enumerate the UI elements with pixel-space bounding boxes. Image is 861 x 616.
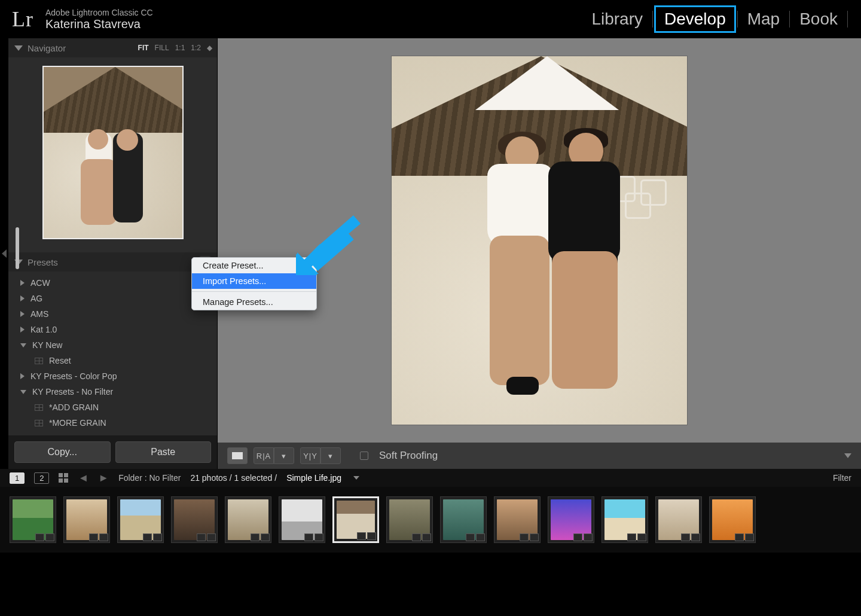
- zoom-fit[interactable]: FIT: [138, 44, 149, 52]
- grid-view-icon[interactable]: [59, 473, 68, 483]
- navigator-preview[interactable]: [8, 57, 217, 252]
- svg-rect-5: [307, 228, 353, 271]
- chevron-right-icon: [20, 295, 25, 301]
- preset-icon: [35, 358, 43, 364]
- thumb-badges: [627, 533, 646, 541]
- thumb-badges: [143, 533, 162, 541]
- filmstrip-thumb[interactable]: [602, 496, 648, 543]
- toolbar-expand-icon[interactable]: [844, 453, 851, 458]
- top-bar: Lr Adobe Lightroom Classic CC Katerina S…: [0, 0, 861, 38]
- navigator-zoom: FIT FILL 1:1 1:2 ◆: [138, 44, 211, 52]
- filmstrip-thumb[interactable]: [10, 496, 56, 543]
- loupe-view-button[interactable]: [227, 447, 248, 464]
- compare-ra-button[interactable]: R|A: [254, 447, 274, 464]
- chevron-down-icon: ▾: [282, 452, 286, 461]
- preset-item[interactable]: *ADD GRAIN: [8, 400, 217, 415]
- soft-proof-checkbox[interactable]: [360, 452, 368, 460]
- preset-item[interactable]: *MORE GRAIN: [8, 415, 217, 431]
- chevron-right-icon: [20, 373, 25, 379]
- chevron-right-icon: [20, 311, 25, 317]
- preset-label: KY Presets - Color Pop: [30, 371, 117, 381]
- thumb-badges: [412, 533, 431, 541]
- filmstrip-thumb[interactable]: [709, 496, 756, 543]
- monitor-2-button[interactable]: 2: [34, 472, 49, 484]
- navigator-header[interactable]: Navigator FIT FILL 1:1 1:2 ◆: [8, 38, 217, 57]
- filmstrip-thumb[interactable]: [386, 496, 433, 543]
- preset-folder[interactable]: Kat 1.0: [8, 322, 217, 337]
- main-area: Navigator FIT FILL 1:1 1:2 ◆ Presets + A…: [0, 38, 861, 469]
- zoom-dropdown-icon[interactable]: ◆: [207, 44, 211, 52]
- app-info: Adobe Lightroom Classic CC Katerina Stav…: [45, 8, 153, 31]
- menu-manage-presets[interactable]: Manage Presets...: [192, 294, 316, 310]
- zoom-fill[interactable]: FILL: [155, 44, 169, 52]
- module-picker: Library Develop Map Book: [583, 5, 849, 33]
- filmstrip-thumb[interactable]: [332, 496, 379, 543]
- disclosure-triangle-icon: [14, 45, 23, 51]
- preset-item[interactable]: Reset: [8, 353, 217, 368]
- filmstrip-thumb[interactable]: [279, 496, 325, 543]
- preset-folder[interactable]: AG: [8, 291, 217, 306]
- filter-label[interactable]: Filter: [833, 473, 851, 483]
- compare-yy-button[interactable]: Y|Y: [300, 447, 320, 464]
- thumb-badges: [35, 533, 54, 541]
- thumb-badges: [304, 533, 323, 541]
- monitor-1-button[interactable]: 1: [10, 472, 25, 484]
- filmstrip-thumb[interactable]: [655, 496, 702, 543]
- thumb-badges: [89, 533, 108, 541]
- copy-button[interactable]: Copy...: [14, 441, 111, 463]
- thumb-badges: [520, 533, 539, 541]
- module-book[interactable]: Book: [791, 7, 846, 31]
- nav-next-icon[interactable]: ►: [98, 472, 109, 484]
- presets-list: ACW AG AMS Kat 1.0 KY New Reset KY Prese…: [8, 272, 217, 435]
- filmstrip-thumb[interactable]: [494, 496, 541, 543]
- filmstrip-thumb[interactable]: [117, 496, 164, 543]
- paste-button[interactable]: Paste: [115, 441, 212, 463]
- preset-label: Kat 1.0: [30, 325, 57, 334]
- before-after-yy-group: Y|Y ▾: [300, 447, 341, 464]
- preset-folder[interactable]: ACW: [8, 275, 217, 291]
- preset-folder[interactable]: KY Presets - Color Pop: [8, 368, 217, 384]
- annotation-arrow: [296, 215, 362, 275]
- filmstrip-thumb[interactable]: [548, 496, 594, 543]
- filmstrip-thumb[interactable]: [171, 496, 218, 543]
- folder-label[interactable]: Folder : No Filter: [118, 473, 181, 483]
- preset-folder[interactable]: KY Presets - No Filter: [8, 384, 217, 400]
- scrollbar-indicator[interactable]: [16, 227, 19, 269]
- filename-dropdown-icon[interactable]: [353, 476, 359, 480]
- filmstrip-thumb[interactable]: [440, 496, 487, 543]
- thumb-badges: [357, 532, 376, 540]
- zoom-1-1[interactable]: 1:1: [175, 44, 185, 52]
- filmstrip-header: 1 2 ◄ ► Folder : No Filter 21 photos / 1…: [0, 469, 861, 487]
- navigator-thumbnail: [42, 66, 184, 239]
- chevron-down-icon: [20, 390, 26, 394]
- chevron-right-icon: [20, 280, 25, 286]
- chevron-down-icon: ▾: [328, 452, 333, 461]
- identity-plate: Katerina Stavreva: [45, 17, 153, 31]
- preset-label: ACW: [30, 278, 50, 288]
- compare-yy-dropdown[interactable]: ▾: [320, 447, 341, 464]
- presets-header[interactable]: Presets +: [8, 252, 217, 272]
- chevron-down-icon: [20, 343, 26, 347]
- filmstrip-thumb[interactable]: [63, 496, 110, 543]
- thumb-badges: [197, 533, 216, 541]
- copy-paste-bar: Copy... Paste: [8, 435, 217, 469]
- thumb-badges: [573, 533, 593, 541]
- menu-import-presets[interactable]: Import Presets...: [192, 273, 316, 289]
- thumb-badges: [466, 533, 485, 541]
- thumb-badges: [251, 533, 270, 541]
- preset-folder[interactable]: KY New: [8, 337, 217, 353]
- left-panel-collapse[interactable]: [0, 38, 8, 469]
- module-map[interactable]: Map: [739, 7, 788, 31]
- preset-icon: [35, 420, 43, 426]
- module-develop[interactable]: Develop: [654, 5, 736, 33]
- filmstrip-thumb[interactable]: [225, 496, 271, 543]
- compare-dropdown[interactable]: ▾: [274, 447, 294, 464]
- separator: [737, 11, 738, 28]
- current-filename[interactable]: Simple Life.jpg: [286, 473, 341, 483]
- zoom-1-2[interactable]: 1:2: [191, 44, 201, 52]
- module-library[interactable]: Library: [583, 7, 651, 31]
- preset-item[interactable]: *REMOVE GRAIN: [8, 431, 217, 435]
- nav-prev-icon[interactable]: ◄: [78, 472, 88, 484]
- filmstrip[interactable]: [0, 487, 861, 553]
- preset-folder[interactable]: AMS: [8, 306, 217, 322]
